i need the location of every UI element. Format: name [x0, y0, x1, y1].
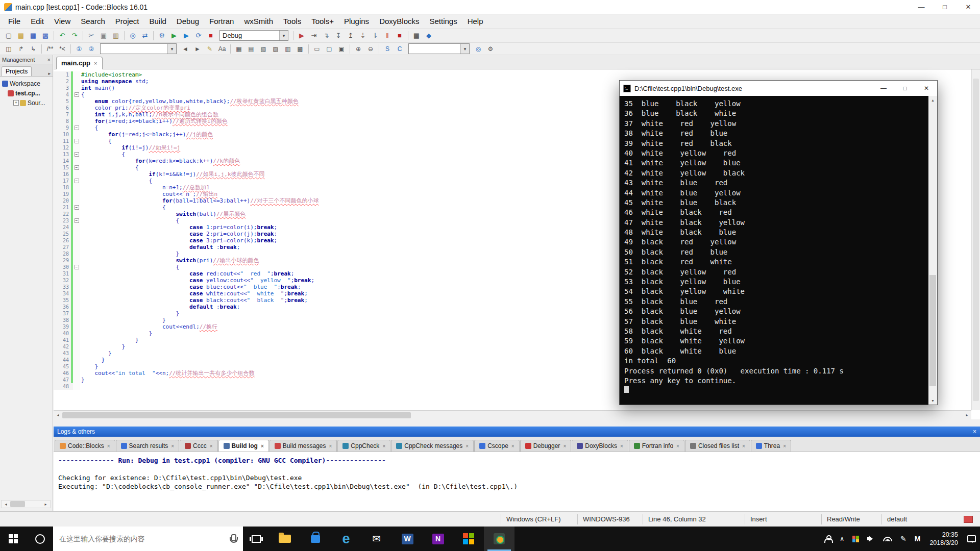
close-tab-icon[interactable]: × [210, 443, 213, 449]
thread-search-icon[interactable]: ◎ [473, 44, 484, 54]
cscope-calls-icon[interactable]: C [394, 44, 405, 54]
taskbar-app-codeblocks[interactable] [484, 527, 514, 551]
cut-icon[interactable]: ✂ [86, 30, 97, 41]
fold-icon[interactable]: − [75, 165, 79, 170]
run-icon[interactable]: ▶ [168, 30, 180, 41]
taskbar-app-onenote[interactable]: N [423, 527, 453, 551]
menu-tools[interactable]: Tools+ [306, 17, 339, 26]
menu-fortran[interactable]: Fortran [204, 17, 239, 26]
fold-icon[interactable]: − [75, 205, 79, 210]
close-tab-icon[interactable]: × [563, 443, 566, 449]
log-tab-debugger[interactable]: Debugger× [520, 440, 572, 452]
tree-item-workspace[interactable]: Workspace [0, 79, 53, 88]
scroll-right-icon[interactable]: ▸ [963, 411, 971, 419]
close-tab-icon[interactable]: × [620, 443, 623, 449]
break-debugger-icon[interactable]: ‖ [382, 30, 393, 41]
log-tab-closed-files-list[interactable]: Closed files list× [685, 440, 750, 452]
taskbar-app-word[interactable]: W [392, 527, 423, 551]
log-tab-cppcheck-messages[interactable]: CppCheck messages× [391, 440, 474, 452]
editor-vscrollbar[interactable] [971, 69, 980, 410]
taskbar-app-store[interactable] [300, 527, 331, 551]
highlight-icon[interactable]: ✎ [204, 44, 215, 54]
console-maximize-button[interactable]: □ [894, 81, 916, 96]
taskbar-clock[interactable]: 20:35 2018/3/20 [924, 531, 963, 547]
close-button[interactable]: ✕ [957, 0, 980, 14]
close-tab-icon[interactable]: × [329, 443, 332, 449]
menu-file[interactable]: File [3, 17, 26, 26]
symbols-browser-icon[interactable]: ◫ [3, 44, 14, 54]
next-instruction-icon[interactable]: ⇣ [357, 30, 369, 41]
search-prev-icon[interactable]: ◄ [180, 44, 191, 54]
taskbar-app-edge[interactable]: e [331, 527, 361, 551]
open-file-icon[interactable]: ▤ [15, 30, 27, 41]
zoom-in-icon[interactable]: ⊕ [353, 44, 364, 54]
menu-help[interactable]: Help [462, 17, 488, 26]
rebuild-icon[interactable]: ⟳ [193, 30, 204, 41]
goto-declaration-icon[interactable]: ↱ [15, 44, 27, 54]
col-left-icon[interactable]: ▨ [270, 44, 281, 54]
redo-icon[interactable]: ↷ [69, 30, 80, 41]
menu-project[interactable]: Project [110, 17, 144, 26]
fold-icon[interactable]: − [75, 152, 79, 157]
maximize-button[interactable]: □ [933, 0, 957, 14]
fold-icon[interactable]: − [75, 179, 79, 183]
menu-build[interactable]: Build [144, 17, 172, 26]
menu-settings[interactable]: Settings [424, 17, 462, 26]
row-above-icon[interactable]: ▤ [246, 44, 257, 54]
merge-cells-icon[interactable]: ▩ [295, 44, 306, 54]
replace-icon[interactable]: ⇄ [139, 30, 151, 41]
fold-icon[interactable]: − [75, 139, 79, 143]
close-tab-icon[interactable]: × [783, 443, 786, 449]
tray-app-button[interactable] [848, 527, 863, 551]
close-tab-icon[interactable]: × [261, 443, 264, 449]
menu-tools[interactable]: Tools [278, 17, 306, 26]
find-icon[interactable]: ◎ [127, 30, 138, 41]
run-to-cursor-icon[interactable]: ⇥ [308, 30, 320, 41]
console-minimize-button[interactable]: — [873, 81, 894, 96]
taskbar-app-office[interactable] [453, 527, 484, 551]
log-tab-cscope[interactable]: Cscope× [474, 440, 520, 452]
close-icon[interactable]: × [973, 428, 976, 435]
copy-icon[interactable]: ▣ [98, 30, 109, 41]
tree-item-sour[interactable]: +Sour... [0, 98, 53, 108]
editor-hscrollbar[interactable]: ◂ ▸ [54, 410, 971, 419]
settings-wrench-icon[interactable]: ⚙ [485, 44, 496, 54]
scroll-left-icon[interactable]: ◂ [54, 411, 62, 419]
search-next-icon[interactable]: ► [192, 44, 203, 54]
zoom-out-icon[interactable]: ⊖ [365, 44, 376, 54]
cscope-symbol-icon[interactable]: S [382, 44, 393, 54]
incremental-search-select[interactable]: ▾ [100, 43, 177, 54]
step-into-instruction-icon[interactable]: ⇂ [370, 30, 381, 41]
align-center-icon[interactable]: ▢ [324, 44, 335, 54]
tab-main-cpp[interactable]: main.cpp × [56, 57, 103, 69]
step-into-icon[interactable]: ↧ [333, 30, 344, 41]
console-title-bar[interactable]: D:\Cfile\test.cpp1\bin\Debug\test.exe —□… [620, 81, 937, 96]
fold-icon[interactable]: − [75, 92, 79, 97]
taskbar-search-box[interactable] [53, 527, 243, 551]
fold-icon[interactable]: − [75, 265, 79, 269]
close-tab-icon[interactable]: × [742, 443, 745, 449]
network-button[interactable] [879, 527, 896, 551]
search-input[interactable] [53, 535, 230, 543]
scroll-right-icon[interactable]: ▸ [41, 500, 50, 508]
close-tab-icon[interactable]: × [511, 443, 514, 449]
menu-debug[interactable]: Debug [172, 17, 204, 26]
align-left-icon[interactable]: ▭ [311, 44, 323, 54]
tab-projects[interactable]: Projects [2, 66, 32, 76]
match-case-icon[interactable]: Aa [216, 44, 228, 54]
log-tab-build-log[interactable]: Build log× [218, 440, 269, 452]
scroll-thumb[interactable] [929, 275, 936, 386]
scroll-thumb[interactable] [973, 79, 979, 401]
build-icon[interactable]: ⚙ [156, 30, 167, 41]
log-tab-cccc[interactable]: Cccc× [180, 440, 218, 452]
minimize-button[interactable]: — [910, 0, 933, 14]
expand-icon[interactable]: + [13, 100, 19, 106]
doxy-line-comment-icon[interactable]: *< [57, 44, 68, 54]
thread-search-select[interactable]: ▾ [408, 43, 470, 54]
taskbar-app-mail[interactable]: ✉ [361, 527, 392, 551]
paste-icon[interactable]: ▥ [110, 30, 121, 41]
close-tab-icon[interactable]: × [94, 60, 97, 66]
ime-mode-button[interactable]: M [911, 527, 925, 551]
undo-icon[interactable]: ↶ [57, 30, 68, 41]
save-icon[interactable]: ▦ [28, 30, 39, 41]
